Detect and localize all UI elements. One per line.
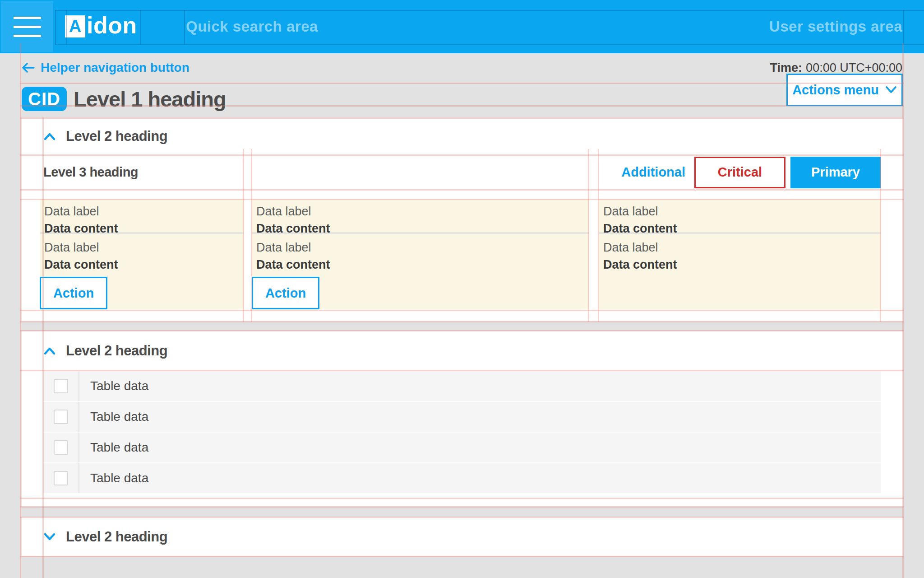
data-block: Data label Data content xyxy=(599,233,881,309)
additional-button[interactable]: Additional xyxy=(621,165,685,180)
data-column: Data label Data content Data label Data … xyxy=(40,199,244,310)
aidon-logo-text: idon xyxy=(87,12,137,39)
page-title: Level 1 heading xyxy=(74,87,226,111)
chevron-down-icon[interactable] xyxy=(43,532,56,541)
data-content: Data content xyxy=(603,258,876,272)
section-card-details: Level 2 heading Level 3 heading Addition… xyxy=(22,117,903,322)
section1-subheading: Level 3 heading xyxy=(43,165,138,180)
data-column: Data label Data content Data label Data … xyxy=(599,199,881,310)
data-table: Table data Table data Table data Table d… xyxy=(43,371,881,494)
helper-navigation-button[interactable]: Helper navigation button xyxy=(21,59,189,77)
section2-heading: Level 2 heading xyxy=(66,343,167,359)
user-settings-area[interactable]: User settings area xyxy=(769,0,902,53)
top-app-bar: A idon Quick search area User settings a… xyxy=(0,0,924,53)
section3-header[interactable]: Level 2 heading xyxy=(43,517,167,556)
data-column: Data label Data content Data label Data … xyxy=(252,199,589,310)
chevron-up-icon[interactable] xyxy=(43,346,56,355)
table-cell: Table data xyxy=(79,371,148,401)
checkbox-cell xyxy=(43,463,79,493)
grid-line xyxy=(66,10,67,45)
section1-heading: Level 2 heading xyxy=(66,128,167,144)
primary-button[interactable]: Primary xyxy=(790,157,881,188)
section-card-collapsed: Level 2 heading xyxy=(22,517,903,556)
data-block: Data label Data content Action xyxy=(40,233,244,309)
cid-badge: CID xyxy=(22,87,67,111)
actions-menu-button[interactable]: Actions menu xyxy=(786,74,903,106)
grid-line xyxy=(55,44,924,45)
grid-line xyxy=(20,43,21,578)
table-row[interactable]: Table data xyxy=(43,463,881,493)
data-label: Data label xyxy=(44,205,239,219)
chevron-up-icon[interactable] xyxy=(43,132,56,141)
row-checkbox[interactable] xyxy=(54,410,68,424)
table-row[interactable]: Table data xyxy=(43,371,881,401)
subsection-header-row: Level 3 heading Additional Critical Prim… xyxy=(43,155,881,190)
row-checkbox[interactable] xyxy=(54,379,68,393)
hamburger-icon xyxy=(14,26,41,28)
section1-header[interactable]: Level 2 heading xyxy=(43,117,167,155)
section2-header[interactable]: Level 2 heading xyxy=(43,331,167,370)
table-cell: Table data xyxy=(79,433,148,462)
data-label: Data label xyxy=(256,205,584,219)
section3-heading: Level 2 heading xyxy=(66,529,167,545)
checkbox-cell xyxy=(43,402,79,432)
table-cell: Table data xyxy=(79,402,148,432)
grid-line xyxy=(55,10,56,45)
back-arrow-icon xyxy=(21,62,35,74)
checkbox-cell xyxy=(43,433,79,462)
hamburger-icon xyxy=(14,35,41,37)
time-value: 00:00 UTC+00:00 xyxy=(806,61,902,75)
data-label: Data label xyxy=(44,241,239,255)
helper-navigation-label: Helper navigation button xyxy=(41,61,189,75)
data-block: Data label Data content xyxy=(40,199,244,233)
grid-line xyxy=(55,10,924,11)
hamburger-menu-button[interactable] xyxy=(1,1,53,52)
data-content: Data content xyxy=(256,258,584,272)
actions-menu-label: Actions menu xyxy=(792,83,879,98)
aidon-logo[interactable]: A idon xyxy=(65,15,137,37)
critical-button[interactable]: Critical xyxy=(694,157,785,188)
hamburger-icon xyxy=(14,17,41,19)
quick-search-area[interactable]: Quick search area xyxy=(186,0,318,53)
row-checkbox[interactable] xyxy=(54,440,68,455)
data-block: Data label Data content xyxy=(252,199,589,233)
data-block: Data label Data content Action xyxy=(252,233,589,309)
grid-line xyxy=(20,83,904,84)
grid-line xyxy=(140,10,141,45)
checkbox-cell xyxy=(43,371,79,401)
grid-line xyxy=(184,10,185,45)
action-button[interactable]: Action xyxy=(252,277,319,309)
subsection-actions: Additional Critical Primary xyxy=(621,157,881,188)
time-label: Time: xyxy=(770,61,803,75)
aidon-logo-mark-icon: A xyxy=(65,15,85,37)
action-button[interactable]: Action xyxy=(40,277,107,309)
data-content: Data content xyxy=(44,258,239,272)
row-checkbox[interactable] xyxy=(54,471,68,485)
chevron-down-icon xyxy=(885,86,897,94)
data-block: Data label Data content xyxy=(599,199,881,233)
table-cell: Table data xyxy=(79,463,148,493)
data-label: Data label xyxy=(256,241,584,255)
data-label: Data label xyxy=(603,241,876,255)
table-row[interactable]: Table data xyxy=(43,402,881,432)
data-label: Data label xyxy=(603,205,876,219)
section-card-table: Level 2 heading Table data Table data Ta… xyxy=(22,331,903,507)
grid-line xyxy=(903,10,904,45)
table-row[interactable]: Table data xyxy=(43,433,881,462)
